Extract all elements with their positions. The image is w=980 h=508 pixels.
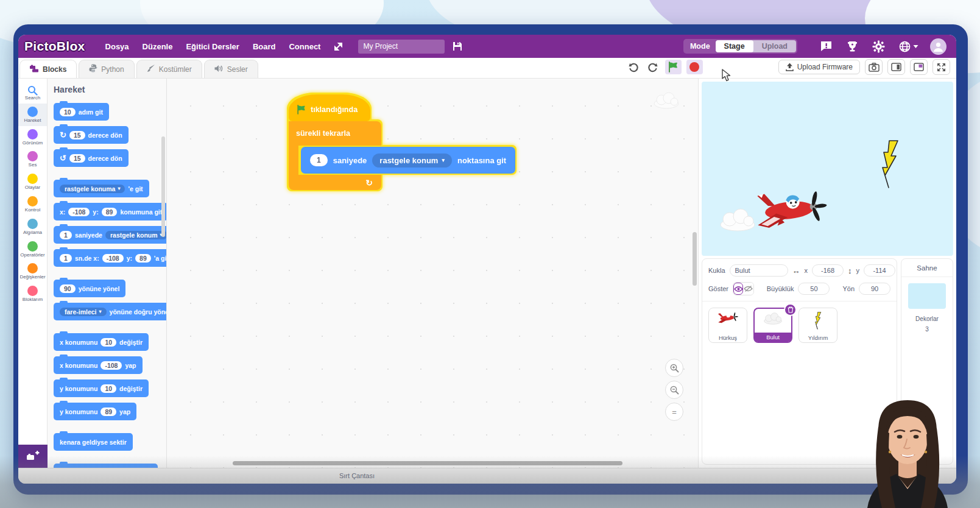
lightning-sprite[interactable] — [881, 140, 899, 192]
feedback-icon[interactable] — [820, 40, 833, 52]
settings-gear-icon[interactable] — [872, 40, 885, 53]
sidebar-item-kontrol[interactable]: Kontrol — [18, 193, 47, 216]
sidebar-item-olaylar[interactable]: Olaylar — [18, 171, 47, 193]
green-flag-icon[interactable] — [665, 60, 682, 74]
stop-icon[interactable] — [686, 60, 703, 74]
menu-item-board[interactable]: Board — [253, 42, 276, 51]
palette-block-7[interactable]: 90yönüne yönel — [54, 280, 125, 297]
trophy-icon[interactable] — [846, 40, 859, 52]
sidebar-item-search[interactable]: Search — [18, 82, 47, 104]
block-dropdown[interactable]: rastgele konum▾ — [105, 231, 167, 239]
camera-icon[interactable] — [865, 59, 883, 75]
sidebar-item-değişkenler[interactable]: Değişkenler — [18, 260, 47, 283]
palette-scrollbar[interactable] — [161, 136, 165, 237]
glide-to-random-block[interactable]: 1 saniyede rastgele konum ▾ noktasına gi… — [301, 147, 515, 174]
block-number-input[interactable]: 15 — [69, 154, 85, 163]
palette-block-9[interactable]: x konumunu10değiştir — [54, 333, 149, 351]
x-position-input[interactable] — [812, 264, 844, 277]
tab-blocks[interactable]: Blocks — [19, 60, 77, 78]
add-extension-button[interactable] — [18, 445, 48, 468]
small-stage-icon[interactable] — [887, 59, 905, 75]
mode-stage-button[interactable]: Stage — [716, 40, 753, 52]
menu-item-düzenle[interactable]: Düzenle — [143, 42, 173, 51]
palette-block-12[interactable]: y konumunu89yap — [54, 403, 136, 420]
seconds-input[interactable]: 1 — [310, 154, 328, 166]
sidebar-item-operatörler[interactable]: Operatörler — [18, 238, 47, 261]
palette-block-3[interactable]: rastgele konuma▾'e git — [54, 180, 149, 197]
palette-block-11[interactable]: y konumunu10değiştir — [54, 379, 149, 397]
tab-sesler[interactable]: Sesler — [204, 60, 258, 78]
block-number-input[interactable]: 90 — [60, 284, 76, 293]
block-number-input[interactable]: 10 — [100, 384, 116, 393]
sprite-card-bulut[interactable]: Bulut — [753, 308, 792, 343]
menu-item-connect[interactable]: Connect — [289, 42, 320, 51]
sidebar-item-görünüm[interactable]: Görünüm — [18, 126, 47, 149]
horizontal-scrollbar[interactable] — [233, 461, 622, 465]
user-avatar-icon[interactable] — [930, 38, 947, 55]
language-globe-icon[interactable] — [898, 40, 918, 53]
zoom-out-button[interactable] — [665, 381, 683, 399]
undo-icon[interactable] — [626, 60, 641, 74]
block-number-input[interactable]: 15 — [69, 131, 85, 139]
backdrop-thumbnail[interactable] — [908, 283, 946, 309]
palette-block-2[interactable]: ↺15derece dön — [54, 149, 129, 167]
block-number-input[interactable]: -108 — [102, 254, 124, 263]
project-name-input[interactable] — [358, 40, 445, 54]
sprite-card-yıldırım[interactable]: Yıldırım — [798, 308, 837, 343]
plane-sprite[interactable] — [755, 190, 827, 233]
block-number-input[interactable]: 89 — [135, 254, 151, 263]
block-number-input[interactable]: 10 — [100, 338, 116, 347]
target-dropdown[interactable]: rastgele konum ▾ — [372, 153, 452, 168]
palette-block-14[interactable]: dönüş stilinisol-sağ▾yap — [54, 464, 158, 468]
cloud-sprite[interactable] — [717, 208, 758, 234]
stage[interactable] — [702, 82, 953, 256]
sprite-card-hürkuş[interactable]: Hürkuş — [708, 308, 747, 343]
menu-item-eğitici-dersler[interactable]: Eğitici Dersler — [186, 42, 239, 51]
zoom-in-button[interactable] — [665, 359, 683, 377]
block-number-input[interactable]: 89 — [102, 208, 118, 216]
when-flag-clicked-block[interactable]: tıklandığında — [289, 94, 370, 121]
sprite-name-input[interactable] — [730, 264, 788, 277]
direction-input[interactable] — [859, 283, 890, 295]
palette-block-5[interactable]: 1saniyederastgele konum▾noktasına git — [54, 226, 167, 244]
mode-upload-button[interactable]: Upload — [753, 40, 796, 52]
tab-kostümler[interactable]: Kostümler — [136, 60, 202, 78]
sidebar-item-bloklarım[interactable]: Bloklarım — [18, 283, 47, 305]
palette-block-4[interactable]: x:-108y:89konumuna git — [54, 203, 167, 220]
save-icon[interactable] — [452, 41, 463, 52]
redo-icon[interactable] — [646, 60, 660, 74]
palette-block-6[interactable]: 1sn.de x:-108y:89'a git — [54, 249, 167, 267]
tab-python[interactable]: Python — [79, 60, 134, 78]
size-input[interactable] — [798, 283, 830, 295]
block-number-input[interactable]: 1 — [60, 231, 72, 239]
block-number-input[interactable]: 10 — [60, 108, 76, 116]
hide-sprite-button[interactable] — [743, 283, 753, 295]
upload-firmware-button[interactable]: Upload Firmware — [778, 60, 860, 74]
block-number-input[interactable]: 89 — [100, 407, 116, 416]
sidebar-item-algılama[interactable]: Algılama — [18, 216, 47, 238]
palette-block-0[interactable]: 10adım git — [54, 103, 109, 121]
fullscreen-icon[interactable] — [932, 59, 950, 75]
vertical-scrollbar[interactable] — [693, 232, 697, 286]
forever-loop-block[interactable]: sürekli tekrarla 1 saniyede rastgele kon… — [289, 121, 515, 190]
palette-block-1[interactable]: ↻15derece dön — [54, 126, 129, 144]
zoom-reset-button[interactable]: = — [665, 403, 683, 421]
menu-item-dosya[interactable]: Dosya — [105, 42, 129, 51]
y-position-input[interactable] — [864, 264, 895, 277]
block-number-input[interactable]: -108 — [100, 361, 122, 370]
delete-sprite-button[interactable] — [784, 303, 797, 316]
palette-block-10[interactable]: x konumunu-108yap — [54, 356, 143, 374]
palette-block-8[interactable]: fare-imleci▾yönüne doğru yönel — [54, 303, 167, 320]
sidebar-item-ses[interactable]: Ses — [18, 148, 47, 171]
block-number-input[interactable]: 1 — [60, 254, 72, 263]
block-number-input[interactable]: -108 — [68, 208, 90, 216]
block-dropdown[interactable]: fare-imleci▾ — [60, 308, 107, 316]
presentation-layout-icon[interactable] — [910, 59, 928, 75]
sidebar-item-hareket[interactable]: Hareket — [18, 104, 47, 126]
script-canvas[interactable]: tıklandığında sürekli tekrarla 1 saniyed… — [167, 79, 698, 468]
show-sprite-button[interactable] — [733, 283, 743, 295]
connect-arrows-icon[interactable] — [333, 41, 344, 52]
backpack-bar[interactable]: Sırt Çantası — [18, 468, 956, 484]
block-dropdown[interactable]: rastgele konuma▾ — [60, 185, 125, 193]
palette-block-13[interactable]: kenara geldiyse sektir — [54, 433, 133, 451]
